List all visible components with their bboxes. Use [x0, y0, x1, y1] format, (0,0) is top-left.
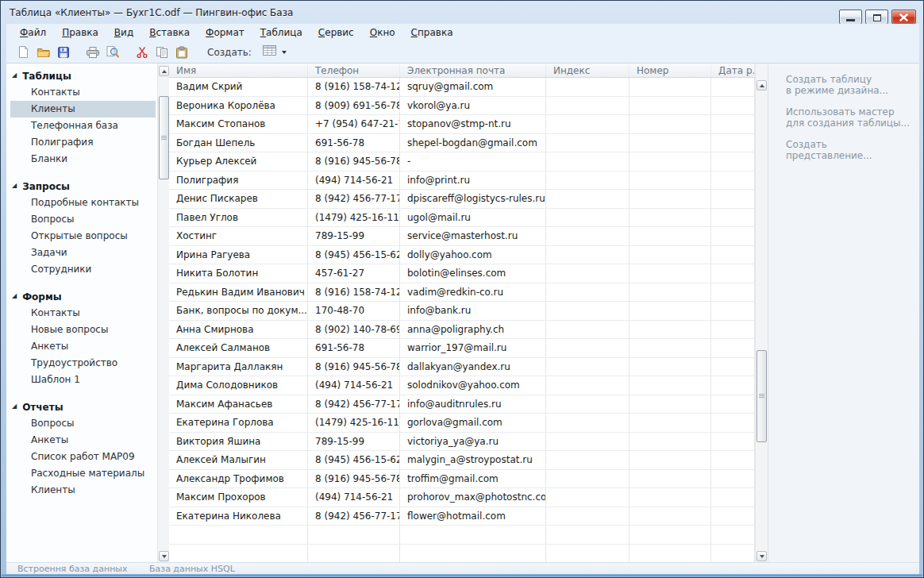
- table-cell[interactable]: vkorol@ya.ru: [400, 97, 546, 115]
- table-cell[interactable]: [308, 545, 400, 563]
- sidebar-section-header[interactable]: ◢Запросы: [6, 178, 157, 195]
- table-cell[interactable]: [629, 545, 711, 563]
- sidebar-item[interactable]: Список работ МАР09: [10, 449, 156, 465]
- column-header[interactable]: Дата р...: [711, 64, 755, 77]
- table-cell[interactable]: -: [400, 152, 546, 171]
- table-cell[interactable]: [629, 451, 711, 469]
- table-cell[interactable]: Богдан Шепель: [169, 134, 308, 152]
- table-cell[interactable]: [711, 190, 755, 208]
- table-cell[interactable]: [546, 545, 629, 563]
- table-cell[interactable]: [629, 414, 711, 432]
- table-cell[interactable]: Екатерина Горлова: [169, 414, 308, 432]
- table-cell[interactable]: dpiscareff@logistycs-rules.ru: [400, 190, 546, 208]
- sidebar-item[interactable]: Полиграфия: [10, 134, 156, 151]
- table-cell[interactable]: [629, 246, 711, 264]
- sidebar-item[interactable]: Контакты: [10, 305, 156, 322]
- task-link[interactable]: Использовать мастер для создания таблицы…: [786, 107, 911, 129]
- sidebar-section-header[interactable]: ◢Таблицы: [6, 67, 157, 84]
- table-cell[interactable]: [169, 545, 308, 563]
- table-cell[interactable]: [629, 470, 711, 488]
- print-preview-icon[interactable]: [102, 43, 122, 61]
- table-row[interactable]: Алексей Салманов691-56-78warrior_197@mai…: [169, 339, 755, 358]
- table-cell[interactable]: [546, 78, 629, 96]
- table-cell[interactable]: Алексей Малыгин: [169, 451, 308, 469]
- table-cell[interactable]: 8 (942) 456-77-17: [308, 190, 400, 208]
- table-cell[interactable]: stopanov@stmp-nt.ru: [400, 115, 546, 133]
- table-cell[interactable]: [546, 470, 629, 488]
- table-cell[interactable]: Вадим Скрий: [169, 78, 308, 96]
- table-cell[interactable]: [629, 339, 711, 357]
- table-cell[interactable]: [629, 302, 711, 320]
- table-cell[interactable]: [546, 451, 629, 469]
- table-cell[interactable]: shepel-bogdan@gmail.com: [400, 134, 546, 152]
- table-row[interactable]: Максим Прохоров(494) 714-56-21prohorov_m…: [169, 488, 755, 507]
- table-cell[interactable]: [711, 339, 755, 357]
- sidebar-item[interactable]: Клиенты: [10, 482, 156, 499]
- sidebar-item[interactable]: Открытые вопросы: [10, 228, 156, 245]
- table-cell[interactable]: Екатерина Николева: [169, 507, 308, 526]
- table-cell[interactable]: [400, 545, 546, 563]
- sidebar-item[interactable]: Сотрудники: [10, 261, 156, 278]
- sidebar-item[interactable]: Трудоустройство: [10, 355, 156, 372]
- menu-item[interactable]: Вид: [106, 24, 141, 41]
- table-row[interactable]: Максим Афанасьев8 (942) 456-77-17info@au…: [169, 395, 755, 414]
- table-cell[interactable]: [546, 246, 629, 264]
- table-cell[interactable]: [711, 283, 755, 302]
- table-cell[interactable]: [629, 227, 711, 245]
- minimize-button[interactable]: [839, 10, 862, 25]
- column-header[interactable]: Номер: [629, 64, 711, 77]
- table-cell[interactable]: Ирина Рагуева: [169, 246, 308, 264]
- maximize-button[interactable]: [865, 10, 888, 25]
- paste-icon[interactable]: [171, 43, 191, 61]
- create-table-dropdown[interactable]: [259, 43, 290, 61]
- sidebar-item[interactable]: Клиенты: [10, 101, 156, 118]
- table-cell[interactable]: [546, 376, 629, 395]
- table-cell[interactable]: [711, 451, 755, 469]
- menu-item[interactable]: Формат: [198, 24, 252, 41]
- table-row[interactable]: Дима Солодовников(494) 714-56-21solodnik…: [169, 376, 755, 395]
- table-cell[interactable]: Денис Пискарев: [169, 190, 308, 208]
- table-cell[interactable]: [711, 115, 755, 133]
- table-cell[interactable]: solodnikov@yahoo.com: [400, 376, 546, 395]
- table-cell[interactable]: [629, 264, 711, 283]
- table-cell[interactable]: [711, 526, 755, 544]
- table-cell[interactable]: [629, 283, 711, 302]
- table-row[interactable]: Денис Пискарев8 (942) 456-77-17dpiscaref…: [169, 190, 755, 209]
- table-cell[interactable]: info@bank.ru: [400, 302, 546, 320]
- column-header[interactable]: Электронная почта: [400, 64, 546, 77]
- table-cell[interactable]: 8 (942) 456-77-17: [308, 507, 400, 526]
- table-row[interactable]: Павел Углов(1479) 425-16-11ugol@mail.ru: [169, 209, 755, 228]
- print-icon[interactable]: [83, 43, 102, 61]
- column-header[interactable]: Индекс: [546, 64, 629, 77]
- sidebar-section-header[interactable]: ◢Формы: [6, 288, 157, 305]
- table-row[interactable]: Вероника Королёва8 (909) 691-56-78vkorol…: [169, 97, 755, 116]
- table-cell[interactable]: Александр Трофимов: [169, 470, 308, 488]
- table-cell[interactable]: (494) 714-56-21: [308, 171, 400, 190]
- table-cell[interactable]: 8 (945) 456-15-62: [308, 246, 400, 264]
- table-cell[interactable]: +7 (954) 647-21-78: [308, 115, 400, 133]
- sidebar-item[interactable]: Вопросы: [10, 211, 156, 228]
- table-cell[interactable]: Хостинг: [169, 227, 308, 245]
- task-link[interactable]: Создать таблицу в режиме дизайна...: [786, 75, 911, 96]
- table-cell[interactable]: [629, 321, 711, 339]
- sidebar-item[interactable]: Новые вопросы: [10, 322, 156, 338]
- table-row[interactable]: Редькин Вадим Иванович8 (916) 158-74-12v…: [169, 283, 755, 302]
- table-cell[interactable]: Маргарита Даллакян: [169, 358, 308, 376]
- table-cell[interactable]: 789-15-99: [308, 433, 400, 451]
- table-cell[interactable]: [546, 209, 629, 227]
- table-cell[interactable]: [711, 433, 755, 451]
- table-cell[interactable]: [629, 190, 711, 208]
- table-cell[interactable]: [629, 376, 711, 395]
- table-row[interactable]: [169, 545, 755, 563]
- table-cell[interactable]: Редькин Вадим Иванович: [169, 283, 308, 302]
- table-cell[interactable]: [546, 339, 629, 357]
- table-row[interactable]: Банк, вопросы по докум...170-48-70info@b…: [169, 302, 755, 321]
- sidebar-item[interactable]: Подробные контакты: [10, 195, 156, 211]
- table-row[interactable]: Алексей Малыгин8 (945) 456-15-62malygin_…: [169, 451, 755, 470]
- title-bar[interactable]: Таблица «Клиенты» — Бухг1С.odf — Пингвин…: [1, 1, 923, 24]
- table-row[interactable]: Екатерина Николева8 (942) 456-77-17flowe…: [169, 507, 755, 526]
- table-cell[interactable]: [546, 227, 629, 245]
- table-cell[interactable]: info@auditnrules.ru: [400, 395, 546, 414]
- table-row[interactable]: Курьер Алексей8 (916) 945-56-78-: [169, 152, 755, 171]
- table-cell[interactable]: [629, 152, 711, 171]
